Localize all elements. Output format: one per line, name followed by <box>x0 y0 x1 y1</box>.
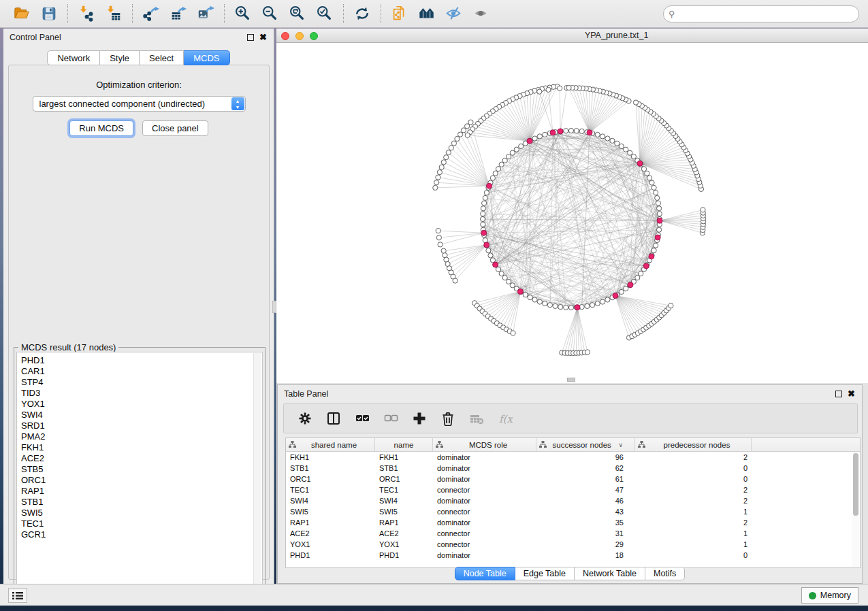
eye-slash-icon[interactable] <box>442 3 466 24</box>
tab-network-table[interactable]: Network Table <box>575 567 645 580</box>
zoom-out-icon[interactable] <box>258 3 283 24</box>
criterion-select[interactable]: largest connected component (undirected)… <box>33 96 246 112</box>
mcds-result-item[interactable]: PMA2 <box>21 431 262 442</box>
table-cell: 96 <box>536 453 635 461</box>
table-row[interactable]: YOX1YOX1connector291 <box>286 539 860 550</box>
close-panel-icon[interactable]: ✖ <box>259 34 267 41</box>
mcds-result-item[interactable]: GCR1 <box>21 529 262 540</box>
table-row[interactable]: PHD1PHD1dominator180 <box>286 550 860 561</box>
mcds-result-list[interactable]: PHD1CAR1STP4TID3YOX1SWI4SRD1PMA2FKH1ACE2… <box>16 352 263 596</box>
network-hscroll-grip[interactable] <box>567 378 575 382</box>
mcds-result-item[interactable]: SWI4 <box>21 410 262 420</box>
column-header-successor-nodes[interactable]: successor nodes∨ <box>536 438 635 451</box>
tab-motifs[interactable]: Motifs <box>645 567 685 580</box>
mcds-result-item[interactable]: ACE2 <box>21 453 262 464</box>
network-window-titlebar[interactable]: YPA_prune.txt_1 <box>276 29 868 43</box>
network-graph <box>276 43 868 383</box>
mcds-result-item[interactable]: CAR1 <box>21 366 262 377</box>
table-cell: connector <box>433 529 536 538</box>
main-toolbar: ⚲ <box>0 0 868 28</box>
table-row[interactable]: RAP1RAP1dominator352 <box>286 517 860 528</box>
table-row[interactable]: SWI5SWI5connector431 <box>286 506 860 517</box>
mcds-result-item[interactable]: SWI5 <box>21 508 262 518</box>
table-row[interactable]: ORC1ORC1dominator610 <box>286 474 860 484</box>
panel-list-button[interactable] <box>8 588 27 603</box>
mcds-result-item[interactable]: TID3 <box>21 388 262 399</box>
table-cell: connector <box>433 540 536 548</box>
table-row[interactable]: STB1STB1dominator620 <box>286 463 860 474</box>
table-cell: connector <box>433 486 536 494</box>
table-cell: connector <box>433 508 536 516</box>
panel-splitter-grip[interactable] <box>272 301 276 313</box>
table-row[interactable]: TEC1TEC1connector472 <box>286 484 860 495</box>
mcds-list-scrollbar[interactable] <box>253 353 261 595</box>
file-share-icon[interactable] <box>387 3 412 24</box>
column-header-shared-name[interactable]: shared name <box>286 438 375 451</box>
tab-node-table[interactable]: Node Table <box>455 567 515 580</box>
float-panel-icon[interactable] <box>247 34 254 41</box>
close-panel-button[interactable]: Close panel <box>142 120 208 136</box>
apply-layout-icon[interactable] <box>350 3 374 24</box>
open-session-icon[interactable] <box>10 3 34 24</box>
tab-edge-table[interactable]: Edge Table <box>515 567 575 580</box>
mcds-result-item[interactable]: TEC1 <box>21 518 262 529</box>
table-cell: PHD1 <box>375 551 433 559</box>
window-close-icon[interactable] <box>281 32 289 40</box>
mcds-result-item[interactable]: STP4 <box>21 377 262 388</box>
table-scrollbar-thumb[interactable] <box>853 453 858 516</box>
export-network-icon[interactable] <box>139 3 163 24</box>
column-header-name[interactable]: name <box>375 438 433 451</box>
memory-button[interactable]: Memory <box>801 587 858 604</box>
table-row[interactable]: ACE2ACE2connector311 <box>286 528 860 539</box>
mcds-result-item[interactable]: ORC1 <box>21 475 262 486</box>
column-header-predecessor-nodes[interactable]: predecessor nodes <box>635 438 752 451</box>
deselect-all-icon[interactable] <box>382 410 400 427</box>
control-panel: Control Panel ✖ NetworkStyleSelectMCDS O… <box>3 29 274 584</box>
binoculars-icon[interactable] <box>415 3 439 24</box>
select-all-icon[interactable] <box>353 410 371 427</box>
window-minimize-icon[interactable] <box>295 32 304 40</box>
gear-icon[interactable] <box>296 410 314 427</box>
eye-icon[interactable] <box>469 3 494 24</box>
window-maximize-icon[interactable] <box>310 32 318 40</box>
criterion-value: largest connected component (undirected) <box>39 99 206 109</box>
node-table-rows: FKH1FKH1dominator962STB1STB1dominator620… <box>286 452 860 561</box>
columns-icon[interactable] <box>325 410 342 427</box>
mcds-result-item[interactable]: YOX1 <box>21 399 262 410</box>
tab-network[interactable]: Network <box>47 50 100 65</box>
float-table-panel-icon[interactable] <box>835 391 842 397</box>
tab-select[interactable]: Select <box>140 50 184 65</box>
table-cell: 35 <box>536 518 635 527</box>
trash-icon[interactable] <box>439 410 457 427</box>
column-header-MCDS-role[interactable]: MCDS role <box>433 438 536 451</box>
mcds-result-item[interactable]: STB1 <box>21 497 262 508</box>
import-network-icon[interactable] <box>74 3 99 24</box>
close-table-panel-icon[interactable]: ✖ <box>848 391 855 397</box>
search-input[interactable] <box>663 5 859 22</box>
save-session-icon[interactable] <box>37 3 61 24</box>
mcds-result-item[interactable]: SRD1 <box>21 420 262 431</box>
mcds-result-item[interactable]: FKH1 <box>21 442 262 453</box>
table-row[interactable]: SWI4SWI4dominator462 <box>286 495 860 506</box>
mcds-result-item[interactable]: RAP1 <box>21 486 262 497</box>
tab-style[interactable]: Style <box>100 50 140 65</box>
table-cell: RAP1 <box>286 518 375 527</box>
table-cell: ORC1 <box>286 475 375 483</box>
import-table-icon[interactable] <box>101 3 126 24</box>
zoom-selected-icon[interactable] <box>312 3 337 24</box>
tab-mcds[interactable]: MCDS <box>184 50 229 65</box>
zoom-fit-icon[interactable] <box>285 3 310 24</box>
table-row[interactable]: FKH1FKH1dominator962 <box>286 452 860 463</box>
table-scrollbar[interactable] <box>852 452 859 567</box>
run-mcds-button[interactable]: Run MCDS <box>69 120 133 136</box>
export-image-icon[interactable] <box>193 3 218 24</box>
mcds-result-item[interactable]: STB5 <box>21 464 262 475</box>
add-icon[interactable] <box>411 410 428 427</box>
zoom-in-icon[interactable] <box>231 3 255 24</box>
status-bar: Memory <box>0 584 868 606</box>
table-cell: TEC1 <box>286 486 375 494</box>
network-canvas[interactable] <box>276 43 868 383</box>
right-area: YPA_prune.txt_1 Table Panel ✖ f(x) share… <box>276 29 868 584</box>
export-table-icon[interactable] <box>166 3 191 24</box>
mcds-result-item[interactable]: PHD1 <box>21 355 262 366</box>
